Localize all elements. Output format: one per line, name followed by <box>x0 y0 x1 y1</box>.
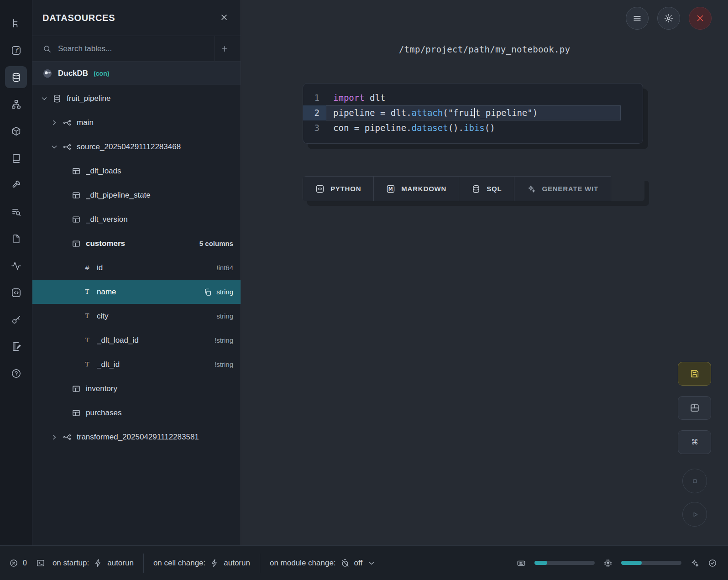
tree-item-inventory[interactable]: inventory <box>32 376 241 401</box>
add-cell-generate-wit-button[interactable]: GENERATE WIT <box>514 176 611 201</box>
play-button[interactable] <box>682 502 707 527</box>
rail-button-database[interactable] <box>5 66 27 88</box>
rail-button-file[interactable] <box>5 228 27 250</box>
connection-duckdb[interactable]: DuckDB (con) <box>32 62 241 85</box>
save-button[interactable] <box>678 362 711 386</box>
code-line-1: 1import dlt <box>303 90 643 105</box>
command-button[interactable]: ⌘ <box>678 430 711 454</box>
rail-button-book[interactable] <box>5 147 27 169</box>
error-count: 0 <box>23 559 27 567</box>
status-right <box>517 559 717 568</box>
duckdb-icon <box>42 68 52 78</box>
tree-item-type: 5 columns <box>199 240 233 247</box>
tree-item-_dlt_version[interactable]: _dlt_version <box>32 207 241 231</box>
rail-button-key[interactable] <box>5 308 27 330</box>
table-icon <box>72 215 81 224</box>
rail-button-list-search[interactable] <box>5 201 27 223</box>
schema-icon <box>63 142 72 152</box>
tree-item-_dlt_load_id[interactable]: T_dlt_load_id!string <box>32 328 241 352</box>
type-icon: T <box>83 287 92 297</box>
add-cell-python-button[interactable]: PYTHON <box>303 176 374 201</box>
error-indicator[interactable]: 0 <box>9 559 27 568</box>
chip-icon <box>603 559 613 568</box>
markdown-icon: M <box>386 184 395 193</box>
search-input[interactable] <box>58 44 215 53</box>
status-ok-button[interactable] <box>708 559 717 568</box>
add-cell-sql-button[interactable]: SQL <box>459 176 514 201</box>
on-module-change-setting[interactable]: on module change:off <box>270 559 376 568</box>
stop-button[interactable] <box>682 469 707 493</box>
close-icon <box>220 13 229 22</box>
code-cell[interactable]: 1import dlt2pipeline = dlt.attach("fruit… <box>303 83 643 144</box>
connection-name: DuckDB <box>58 69 88 78</box>
tree-item-_dlt_loads[interactable]: _dlt_loads <box>32 159 241 183</box>
tree-item-meta: !int64 <box>216 264 233 272</box>
tree-item-customers[interactable]: customers5 columns <box>32 231 241 256</box>
rail-button-code-square[interactable] <box>5 282 27 303</box>
cell-side-actions: ⌘ <box>678 362 711 454</box>
tree-item-_dlt_pipeline_state[interactable]: _dlt_pipeline_state <box>32 183 241 207</box>
tree-item-meta: string <box>203 287 233 297</box>
table-icon <box>72 191 81 200</box>
tree-item-label: fruit_pipeline <box>67 94 233 103</box>
tree-item-label: purchases <box>86 408 233 418</box>
chevron-right-icon <box>50 118 59 127</box>
add-cell-markdown-button[interactable]: MMARKDOWN <box>374 176 459 201</box>
menu-button[interactable] <box>626 7 649 30</box>
tree-item-fruit_pipeline[interactable]: fruit_pipeline <box>32 86 241 110</box>
chevron-down-icon <box>367 559 376 568</box>
terminal-button[interactable] <box>36 559 45 568</box>
tree-item-name[interactable]: Tnamestring <box>32 280 241 304</box>
copy-icon[interactable] <box>203 287 212 297</box>
tree-item-type: string <box>216 288 233 296</box>
close-button[interactable] <box>689 7 712 30</box>
network-icon <box>11 99 21 110</box>
slider-fill <box>621 561 642 565</box>
tree-item-purchases[interactable]: purchases <box>32 401 241 425</box>
tree-item-meta: 5 columns <box>199 240 233 247</box>
settings-button[interactable] <box>657 7 680 30</box>
panel-close-button[interactable] <box>220 13 229 23</box>
sparkles-icon <box>690 559 699 568</box>
add-datasource-button[interactable] <box>215 36 241 62</box>
tree-item-source_202504291112283468[interactable]: source_202504291112283468 <box>32 135 241 159</box>
chevron-right-icon <box>50 433 59 442</box>
rail-button-help-circle[interactable] <box>5 362 27 384</box>
rail-button-package[interactable] <box>5 120 27 142</box>
rail-button-tools[interactable] <box>5 174 27 196</box>
on-cell-change-setting[interactable]: on cell change:autorun <box>153 559 250 568</box>
tree-item-label: id <box>97 263 216 272</box>
chevron-down-icon <box>50 142 59 152</box>
rail-button-tree-structure[interactable] <box>5 12 27 34</box>
tools-icon <box>11 180 21 190</box>
on-startup-setting[interactable]: on startup:autorun <box>52 559 134 568</box>
tree-item-id[interactable]: #id!int64 <box>32 256 241 280</box>
x-circle-icon <box>9 559 18 568</box>
tree-item-transformed_202504291112283581[interactable]: transformed_202504291112283581 <box>32 425 241 449</box>
key-icon <box>11 314 21 325</box>
top-actions <box>626 7 712 30</box>
layout-button[interactable] <box>678 396 711 420</box>
tree-item-main[interactable]: main <box>32 110 241 135</box>
zap-icon <box>94 559 103 568</box>
setting-value: autorun <box>224 559 250 568</box>
tree-item-_dlt_id[interactable]: T_dlt_id!string <box>32 352 241 376</box>
rail-button-network[interactable] <box>5 93 27 115</box>
code-line-2: 2pipeline = dlt.attach("fruit_pipeline") <box>303 105 643 120</box>
sparkles-button[interactable] <box>690 559 699 568</box>
tree-item-label: _dlt_load_id <box>97 336 215 345</box>
svg-text:f: f <box>15 47 19 53</box>
rail-button-activity[interactable] <box>5 255 27 277</box>
line-number: 1 <box>303 90 326 105</box>
search-row <box>32 36 241 62</box>
keyboard-slider[interactable] <box>534 561 595 565</box>
code-line-3: 3con = pipeline.dataset().ibis() <box>303 120 643 136</box>
tree-item-city[interactable]: Tcitystring <box>32 304 241 328</box>
tree-item-type: !int64 <box>216 264 233 272</box>
status-bar: 0 on startup:autorunon cell change:autor… <box>0 545 728 580</box>
function-icon: f <box>11 45 21 56</box>
rail-button-function[interactable]: f <box>5 39 27 61</box>
chip-slider[interactable] <box>621 561 681 565</box>
rail-button-notebook-edit[interactable] <box>5 335 27 357</box>
add-cell-label: SQL <box>487 185 502 193</box>
